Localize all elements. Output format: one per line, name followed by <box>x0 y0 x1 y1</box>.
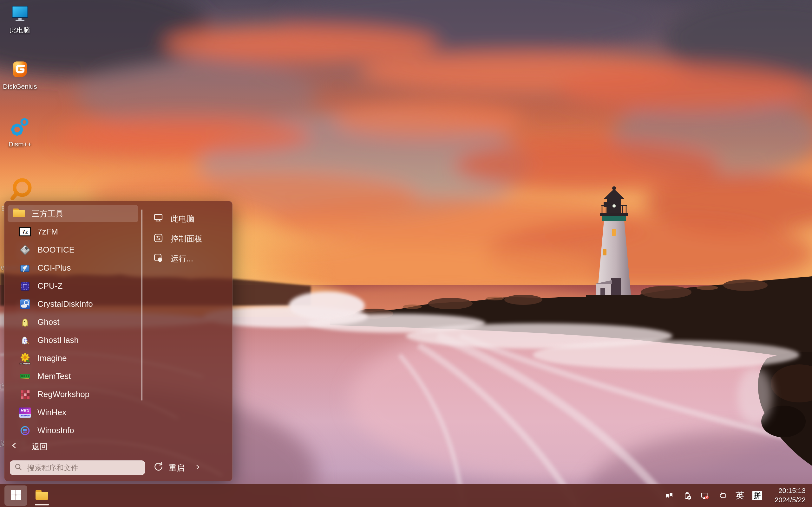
computer-outline-icon <box>153 213 164 225</box>
floppy-diamond-icon <box>19 244 31 256</box>
desktop-icon-this-pc[interactable]: 此电脑 <box>3 4 38 35</box>
desktop-icon-label: Dism++ <box>9 140 32 148</box>
run-icon <box>153 252 164 265</box>
yellow-ghost-icon <box>19 316 31 328</box>
7z-icon: 7z <box>19 226 31 238</box>
app-item-7zfm[interactable]: 7z 7zFM <box>8 223 138 241</box>
display-disconnected-icon[interactable] <box>700 491 710 500</box>
search-icon <box>14 463 23 473</box>
running-app-indicator <box>35 504 49 505</box>
taskbar: 英 拼 20:15:13 2024/5/22 <box>0 484 812 507</box>
this-pc-monitor-icon <box>10 4 30 23</box>
app-item-imagine[interactable]: IMAGINE Imagine <box>8 349 138 367</box>
app-item-regworkshop[interactable]: RegWorkshop <box>8 385 138 403</box>
start-menu: 三方工具 7z 7zFM <box>4 201 233 481</box>
app-item-ghosthash[interactable]: GhostHash <box>8 331 138 349</box>
quick-links: 此电脑 控制面板 <box>153 209 230 269</box>
usb-eject-check-icon[interactable] <box>682 491 692 500</box>
restart-icon <box>153 461 164 474</box>
app-item-cpu-z[interactable]: CPU-Z <box>8 277 138 295</box>
app-item-winosinfo[interactable]: WinosInfo <box>8 421 138 440</box>
app-item-bootice[interactable]: BOOTICE <box>8 241 138 259</box>
dismpp-gears-icon <box>9 117 31 138</box>
search-input[interactable] <box>27 463 141 472</box>
app-item-cgi-plus[interactable]: CGI-Plus <box>8 259 138 277</box>
quick-link-control-panel[interactable]: 控制面板 <box>153 229 230 249</box>
ime-language-indicator[interactable]: 英 <box>735 490 744 501</box>
back-button[interactable]: 返回 <box>10 440 48 453</box>
taskbar-clock[interactable]: 20:15:13 2024/5/22 <box>770 487 806 504</box>
info-ring-icon <box>19 425 31 437</box>
hammer-blue-icon <box>19 262 31 274</box>
chevron-left-icon <box>10 441 18 452</box>
control-panel-icon <box>153 233 164 245</box>
menu-header-label: 三方工具 <box>32 209 63 219</box>
restart-button[interactable]: 重启 <box>153 460 201 475</box>
hex-icon: HEX 3A3F20 <box>19 406 31 418</box>
red-blocks-icon <box>19 389 31 400</box>
pe-flags-icon[interactable] <box>664 491 674 500</box>
menu-folder-header[interactable]: 三方工具 <box>8 205 138 222</box>
desktop: Everything WinNTSetup 屏幕键盘 向日葵远程被 控 旋转屏幕… <box>0 0 812 507</box>
desktop-icon-label: DiskGenius <box>3 83 37 90</box>
start-button[interactable] <box>4 486 27 506</box>
windows-logo-icon <box>10 489 21 502</box>
ghost-magnifier-icon <box>19 334 31 346</box>
app-item-ghost[interactable]: Ghost <box>8 313 138 331</box>
app-item-winhex[interactable]: HEX 3A3F20 WinHex <box>8 403 138 421</box>
search-box[interactable] <box>10 460 145 475</box>
app-item-memtest[interactable]: MemTest <box>8 367 138 385</box>
app-list: 7z 7zFM BOOTICE <box>8 223 138 440</box>
folder-icon <box>12 207 26 220</box>
app-item-crystaldiskinfo[interactable]: CrystalDiskInfo <box>8 295 138 313</box>
clock-date: 2024/5/22 <box>770 496 806 505</box>
quick-link-run[interactable]: 运行... <box>153 249 230 269</box>
desktop-icon-diskgenius[interactable]: DiskGenius <box>3 59 38 90</box>
desktop-icon-label: 此电脑 <box>10 26 30 35</box>
chevron-right-icon <box>194 463 201 472</box>
sunflower-icon: IMAGINE <box>19 352 31 364</box>
ram-stick-icon <box>19 371 31 383</box>
desktop-icon-dismpp[interactable]: Dism++ <box>3 117 38 148</box>
folder-icon <box>35 489 49 502</box>
scrollbar[interactable] <box>142 210 142 400</box>
file-explorer-button[interactable] <box>32 486 52 506</box>
ime-pinyin-indicator[interactable]: 拼 <box>752 491 762 500</box>
quick-link-this-pc[interactable]: 此电脑 <box>153 209 230 229</box>
disk-magnifier-icon <box>19 298 31 310</box>
power-scheme-icon[interactable] <box>718 491 727 500</box>
everything-search-icon[interactable] <box>8 177 33 204</box>
cpu-chip-icon <box>19 280 31 292</box>
diskgenius-icon <box>10 59 30 80</box>
clock-time: 20:15:13 <box>770 487 806 496</box>
